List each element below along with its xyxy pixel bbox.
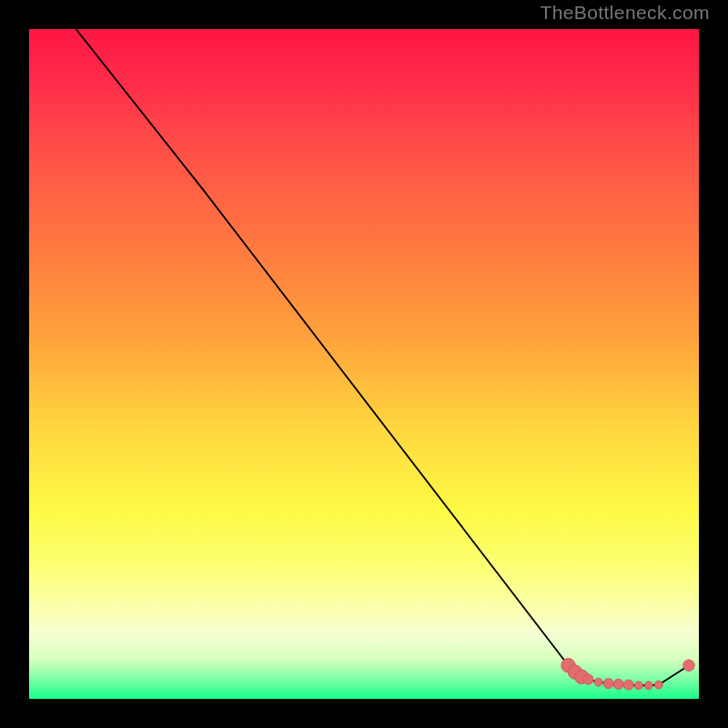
chart-frame: TheBottleneck.com — [0, 0, 728, 728]
gradient-plot-area — [29, 29, 699, 699]
watermark-text: TheBottleneck.com — [540, 2, 710, 24]
